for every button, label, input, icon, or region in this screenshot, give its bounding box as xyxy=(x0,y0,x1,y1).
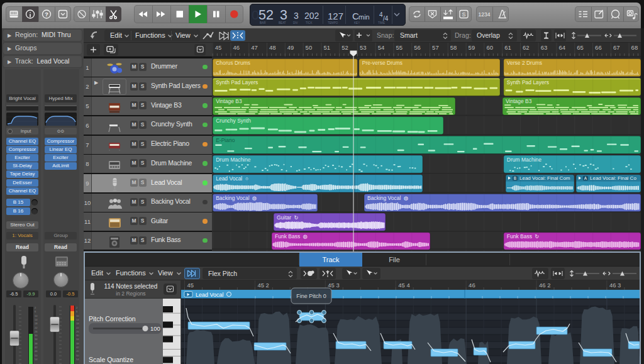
svg-text:-9.9: -9.9 xyxy=(27,291,35,297)
svg-text:26: 26 xyxy=(76,330,79,333)
svg-text:58: 58 xyxy=(450,44,457,51)
svg-text:30: 30 xyxy=(76,334,79,337)
svg-text:6: 6 xyxy=(35,310,36,313)
svg-text:18: 18 xyxy=(35,322,38,325)
svg-text:TEMPO: TEMPO xyxy=(328,21,338,25)
svg-text:61: 61 xyxy=(504,44,511,51)
svg-text:68: 68 xyxy=(631,44,638,51)
svg-text:18: 18 xyxy=(76,322,79,325)
svg-text:59: 59 xyxy=(469,44,475,51)
svg-text:46: 46 xyxy=(35,350,38,353)
svg-text:10: 10 xyxy=(35,314,38,317)
svg-text:E-Piano: E-Piano xyxy=(216,137,235,143)
svg-text:TIME: TIME xyxy=(378,21,385,25)
svg-text:Funk Bass ↻: Funk Bass ↻ xyxy=(507,233,540,240)
svg-text:46 3: 46 3 xyxy=(609,282,621,289)
svg-text:45: 45 xyxy=(187,282,194,289)
svg-text:Drum Machine: Drum Machine xyxy=(216,157,251,163)
svg-text:Vintage B3: Vintage B3 xyxy=(506,98,532,104)
svg-text:60: 60 xyxy=(486,44,493,51)
svg-text:Synth Pad Layers: Synth Pad Layers xyxy=(507,79,549,85)
svg-text:-0.5: -0.5 xyxy=(67,291,75,297)
svg-text:-6.5: -6.5 xyxy=(10,291,18,297)
svg-text:Backing Vocal ◍: Backing Vocal ◍ xyxy=(367,195,408,201)
svg-text:50: 50 xyxy=(76,354,79,357)
svg-text:38: 38 xyxy=(35,342,38,345)
svg-text:0.0: 0.0 xyxy=(50,291,57,297)
svg-text:46: 46 xyxy=(233,44,240,51)
svg-text:51: 51 xyxy=(323,44,330,51)
svg-text:Lead Vocal: Final Com: Lead Vocal: Final Com xyxy=(519,175,570,181)
svg-text:Pre-verse Drums: Pre-verse Drums xyxy=(362,60,402,66)
svg-text:?: ? xyxy=(45,11,48,18)
svg-text:Guitar ↻: Guitar ↻ xyxy=(277,214,299,221)
svg-text:38: 38 xyxy=(76,342,79,345)
svg-text:Chorus Drums: Chorus Drums xyxy=(216,60,250,66)
svg-text:65: 65 xyxy=(577,44,584,51)
svg-text:202: 202 xyxy=(304,11,319,21)
svg-text:Funk Bass ◍: Funk Bass ◍ xyxy=(275,233,308,240)
svg-text:Backing Vocal ◍: Backing Vocal ◍ xyxy=(216,195,257,201)
svg-text:Lead Vocal ○: Lead Vocal ○ xyxy=(216,175,248,182)
svg-text:45 2: 45 2 xyxy=(257,282,269,289)
svg-text:BAR: BAR xyxy=(260,21,266,25)
svg-text:Lead Vocal: Lead Vocal xyxy=(196,292,224,298)
svg-text:0: 0 xyxy=(252,8,259,22)
svg-text:34: 34 xyxy=(35,338,38,341)
svg-text:46: 46 xyxy=(76,350,79,353)
svg-text:52: 52 xyxy=(341,44,348,51)
svg-text:46: 46 xyxy=(469,282,475,289)
svg-text:62: 62 xyxy=(523,44,530,51)
svg-text:127: 127 xyxy=(328,11,343,21)
svg-text:47: 47 xyxy=(251,44,258,51)
svg-text:3: 3 xyxy=(280,8,287,23)
svg-text:50: 50 xyxy=(35,354,38,357)
svg-text:54: 54 xyxy=(35,358,38,361)
svg-text:KEY: KEY xyxy=(354,21,360,25)
svg-text:52: 52 xyxy=(258,8,274,23)
svg-text:100: 100 xyxy=(150,325,160,332)
svg-text:54: 54 xyxy=(76,358,79,361)
svg-text:Lead Vocal: Final Co: Lead Vocal: Final Co xyxy=(590,175,636,181)
svg-text:56: 56 xyxy=(414,44,421,51)
svg-text:64: 64 xyxy=(559,44,566,51)
svg-text:2: 2 xyxy=(76,306,78,309)
svg-text:26: 26 xyxy=(35,330,38,333)
svg-text:66: 66 xyxy=(595,44,602,51)
svg-text:14: 14 xyxy=(35,318,38,321)
svg-text:22: 22 xyxy=(76,326,79,329)
svg-text:42: 42 xyxy=(76,346,79,349)
svg-text:42: 42 xyxy=(35,346,38,349)
svg-text:A: A xyxy=(584,176,587,180)
svg-text:S: S xyxy=(462,11,465,18)
svg-text:45 4: 45 4 xyxy=(398,282,410,289)
svg-text:TICK: TICK xyxy=(306,21,313,25)
svg-text:14: 14 xyxy=(76,318,79,321)
svg-text:10: 10 xyxy=(76,314,79,317)
svg-text:34: 34 xyxy=(76,338,79,341)
svg-text:6: 6 xyxy=(76,310,78,313)
svg-text:1234: 1234 xyxy=(479,11,491,18)
svg-text:50: 50 xyxy=(306,44,313,51)
svg-text:55: 55 xyxy=(396,44,403,51)
svg-text:DIV: DIV xyxy=(293,21,299,25)
svg-text:63: 63 xyxy=(541,44,548,51)
svg-text:3: 3 xyxy=(294,11,299,21)
svg-text:30: 30 xyxy=(35,334,38,337)
svg-text:46 2: 46 2 xyxy=(539,282,551,289)
svg-text:45: 45 xyxy=(215,44,222,51)
svg-text:22: 22 xyxy=(35,326,38,329)
svg-text:2: 2 xyxy=(35,306,36,309)
svg-text:Verse 2 Drums: Verse 2 Drums xyxy=(507,60,542,66)
svg-text:Drum Machine: Drum Machine xyxy=(507,157,542,163)
svg-text:57: 57 xyxy=(432,44,439,51)
svg-text:67: 67 xyxy=(613,44,620,51)
svg-text:48: 48 xyxy=(269,44,276,51)
svg-text:BEAT: BEAT xyxy=(279,21,286,25)
svg-text:Synth Pad Layers: Synth Pad Layers xyxy=(216,79,258,85)
svg-text:53: 53 xyxy=(360,44,367,51)
svg-text:49: 49 xyxy=(287,44,294,51)
svg-text:B: B xyxy=(514,176,516,180)
svg-text:Crunchy Synth: Crunchy Synth xyxy=(216,118,251,124)
svg-text:min: min xyxy=(358,13,370,21)
